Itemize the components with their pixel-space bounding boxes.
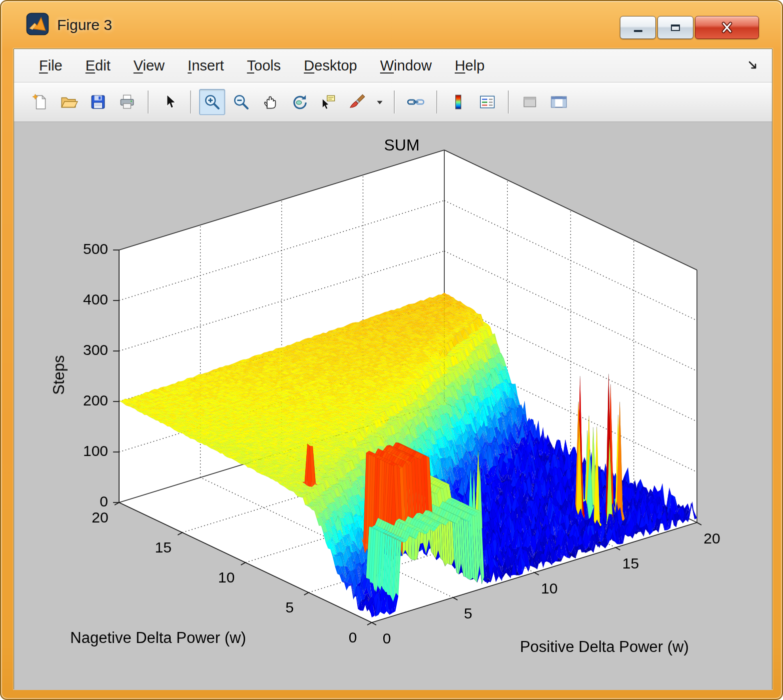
data-cursor-icon [319,93,337,111]
minimize-button[interactable] [620,16,656,39]
toolbar [14,82,772,122]
insert-legend-button[interactable] [474,89,500,115]
brush-dropdown-button[interactable] [373,89,386,115]
minimize-icon [634,30,642,32]
hide-plot-tools-icon [521,93,539,111]
window-title: Figure 3 [57,16,112,34]
zoom-out-button[interactable] [228,89,254,115]
print-icon [118,93,136,111]
legend-icon [478,93,496,111]
plot-title: SUM [384,136,419,154]
dropdown-caret-icon [376,97,384,107]
window-client-area: FileEditViewInsertToolsDesktopWindowHelp… [14,48,772,690]
menu-item-edit[interactable]: Edit [74,58,122,74]
menu-items: FileEditViewInsertToolsDesktopWindowHelp [28,58,496,74]
save-icon [89,93,107,111]
brush-data-button[interactable] [344,89,370,115]
print-figure-button[interactable] [114,89,140,115]
zoom-in-icon [203,92,222,112]
zoom-in-button[interactable] [199,89,225,115]
brush-icon [348,93,366,111]
zoom-out-icon [232,92,251,112]
close-button[interactable] [695,16,759,39]
open-folder-icon [60,93,79,111]
toolbar-separator [394,90,395,114]
x-axis-label: Positive Delta Power (w) [520,638,689,656]
maximize-button[interactable] [657,16,693,39]
pointer-arrow-icon [161,93,179,111]
toolbar-separator [148,90,149,114]
show-plot-tools-icon [549,93,568,111]
figure-window: Figure 3 FileEditViewInsertToolsDesktopW… [0,0,783,700]
menu-item-insert[interactable]: Insert [176,58,236,74]
title-bar[interactable]: Figure 3 [1,1,782,48]
rotate-3d-icon [290,93,308,111]
maximize-icon [671,24,680,31]
new-figure-button[interactable] [27,89,53,115]
rotate-3d-button[interactable] [286,89,312,115]
toolbar-separator [436,90,438,114]
plot-canvas[interactable] [14,122,772,690]
menu-item-view[interactable]: View [122,58,176,74]
edit-plot-button[interactable] [157,89,183,115]
hide-plot-tools-button[interactable] [517,89,543,115]
save-figure-button[interactable] [85,89,111,115]
pan-button[interactable] [257,89,283,115]
menu-item-window[interactable]: Window [369,58,443,74]
window-controls [620,16,759,39]
matlab-logo-icon [26,12,49,38]
toolbar-separator [508,90,509,114]
close-icon [718,20,735,35]
colorbar-icon [449,93,467,111]
link-icon [406,93,425,111]
menu-corner-arrow-icon[interactable] [747,60,759,72]
y-axis-label: Nagetive Delta Power (w) [70,629,246,647]
menu-item-file[interactable]: File [28,58,74,74]
new-document-icon [31,93,49,111]
z-axis-label: Steps [50,355,68,394]
menu-bar: FileEditViewInsertToolsDesktopWindowHelp [14,49,772,82]
pan-hand-icon [261,93,279,111]
menu-item-desktop[interactable]: Desktop [292,58,368,74]
figure-canvas-area: SUM Steps Nagetive Delta Power (w) Posit… [14,122,772,690]
link-plot-button[interactable] [403,89,429,115]
data-cursor-button[interactable] [315,89,341,115]
menu-item-tools[interactable]: Tools [236,58,293,74]
toolbar-separator [190,90,192,114]
open-file-button[interactable] [56,89,82,115]
insert-colorbar-button[interactable] [445,89,471,115]
menu-item-help[interactable]: Help [443,58,496,74]
show-plot-tools-button[interactable] [546,89,572,115]
